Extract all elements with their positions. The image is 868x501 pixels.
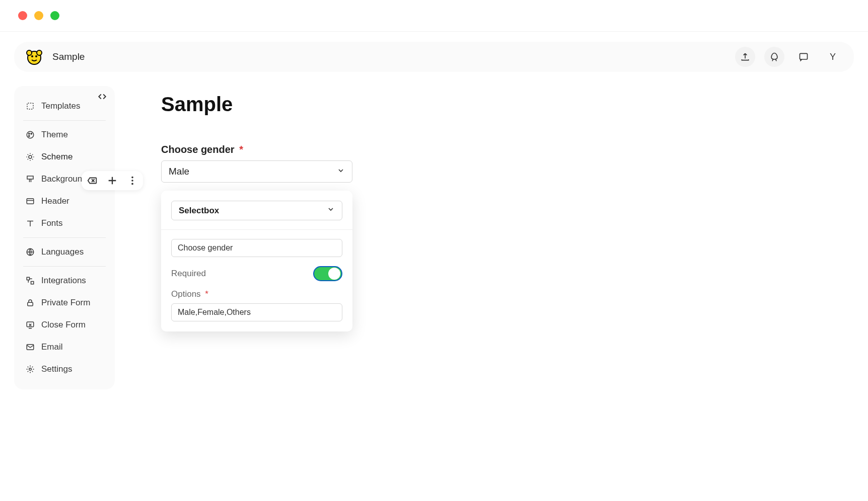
svg-point-3 xyxy=(31,55,33,57)
launch-button[interactable] xyxy=(764,47,784,67)
sidebar-item-label: Settings xyxy=(41,364,72,374)
app-logo xyxy=(25,48,43,66)
sidebar-item-scheme[interactable]: Scheme xyxy=(23,146,106,168)
field-toolbar xyxy=(82,171,143,190)
maximize-window-dot[interactable] xyxy=(50,11,59,20)
mail-icon xyxy=(25,342,35,352)
gender-select[interactable]: Male xyxy=(161,160,352,183)
sidebar-item-label: Scheme xyxy=(41,152,73,162)
close-window-dot[interactable] xyxy=(18,11,27,20)
svg-rect-16 xyxy=(31,282,34,284)
more-button[interactable] xyxy=(127,175,138,186)
brush-icon xyxy=(25,174,35,184)
select-value: Male xyxy=(169,166,189,177)
options-label-row: Options * xyxy=(171,289,342,299)
type-icon xyxy=(25,218,35,228)
svg-point-7 xyxy=(27,131,34,138)
upload-button[interactable] xyxy=(735,47,755,67)
sidebar-item-fonts[interactable]: Fonts xyxy=(23,212,106,234)
field-type-label: Selectbox xyxy=(179,206,219,216)
sidebar-item-label: Theme xyxy=(41,130,68,140)
topbar-title: Sample xyxy=(52,51,85,62)
main-area: Sample Choose gender * Male Selectbox xyxy=(135,86,854,389)
svg-point-11 xyxy=(29,155,32,158)
required-label: Required xyxy=(171,269,206,279)
sidebar-item-email[interactable]: Email xyxy=(23,336,106,358)
sidebar-item-integrations[interactable]: Integrations xyxy=(23,270,106,292)
divider xyxy=(161,229,352,230)
sidebar-item-label: Templates xyxy=(41,101,80,111)
sidebar-item-label: Close Form xyxy=(41,320,86,330)
window-controls xyxy=(0,0,868,31)
svg-rect-15 xyxy=(27,277,29,280)
chevron-down-icon xyxy=(327,205,335,216)
svg-point-8 xyxy=(29,133,30,134)
sidebar-item-label: Fonts xyxy=(41,218,63,228)
sidebar-item-header[interactable]: Header xyxy=(23,190,106,212)
palette-icon xyxy=(25,130,35,140)
field-label-text: Choose gender xyxy=(161,144,235,155)
svg-point-10 xyxy=(29,135,30,136)
required-row: Required xyxy=(171,266,342,281)
integrations-icon xyxy=(25,276,35,286)
svg-point-20 xyxy=(29,368,32,371)
svg-point-4 xyxy=(35,55,37,57)
minimize-window-dot[interactable] xyxy=(34,11,43,20)
close-form-icon xyxy=(25,320,35,330)
delete-button[interactable] xyxy=(87,175,98,186)
svg-point-22 xyxy=(131,180,133,182)
options-label: Options * xyxy=(171,289,208,299)
svg-rect-17 xyxy=(28,302,33,306)
options-input[interactable] xyxy=(171,303,342,321)
code-toggle-icon[interactable] xyxy=(98,92,107,103)
sidebar-item-label: Languages xyxy=(41,247,84,257)
svg-rect-12 xyxy=(27,199,34,204)
svg-point-23 xyxy=(131,183,133,185)
svg-rect-18 xyxy=(27,322,34,327)
sidebar-item-label: Header xyxy=(41,196,69,206)
required-toggle[interactable] xyxy=(313,266,342,281)
sidebar-item-label: Integrations xyxy=(41,276,86,286)
svg-point-9 xyxy=(31,133,32,134)
sidebar-item-languages[interactable]: Languages xyxy=(23,241,106,263)
svg-point-2 xyxy=(37,50,42,55)
add-button[interactable] xyxy=(107,175,118,186)
lock-icon xyxy=(25,298,35,308)
sidebar-item-label: Email xyxy=(41,342,63,352)
sidebar-item-settings[interactable]: Settings xyxy=(23,358,106,380)
field-label: Choose gender * xyxy=(161,144,352,155)
sidebar-item-label: Private Form xyxy=(41,298,90,308)
header-icon xyxy=(25,196,35,206)
gear-icon xyxy=(25,364,35,374)
svg-rect-6 xyxy=(27,103,33,109)
page-title: Sample xyxy=(161,93,854,116)
comment-button[interactable] xyxy=(793,47,814,67)
toggle-knob xyxy=(328,268,340,280)
sidebar-item-theme[interactable]: Theme xyxy=(23,124,106,146)
user-avatar[interactable]: Y xyxy=(823,47,843,67)
sidebar-item-label: Background xyxy=(41,174,87,184)
sidebar-item-private-form[interactable]: Private Form xyxy=(23,292,106,314)
svg-rect-5 xyxy=(800,53,808,59)
field-type-select[interactable]: Selectbox xyxy=(171,201,342,220)
sun-icon xyxy=(25,152,35,162)
svg-point-1 xyxy=(27,50,32,55)
required-asterisk: * xyxy=(205,289,208,299)
divider xyxy=(0,31,868,32)
sidebar: Templates Theme Scheme Background Header xyxy=(14,86,115,389)
chevron-down-icon xyxy=(337,166,345,177)
topbar: Sample Y xyxy=(14,42,854,72)
svg-point-21 xyxy=(131,177,133,179)
sidebar-item-close-form[interactable]: Close Form xyxy=(23,314,106,336)
globe-icon xyxy=(25,247,35,257)
field-config-card: Selectbox Required Options * xyxy=(161,191,352,331)
field-block: Choose gender * Male xyxy=(161,144,352,183)
templates-icon xyxy=(25,101,35,111)
required-asterisk: * xyxy=(239,144,243,155)
field-name-input[interactable] xyxy=(171,239,342,257)
sidebar-item-templates[interactable]: Templates xyxy=(23,95,106,117)
